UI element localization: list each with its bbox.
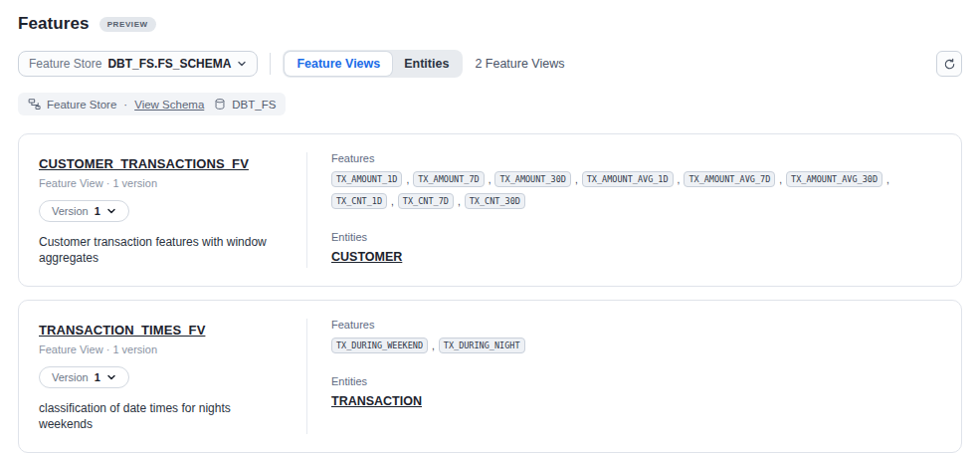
version-selector[interactable]: Version 1 [39, 200, 129, 222]
card-summary: CUSTOMER_TRANSACTIONS_FV Feature View · … [19, 134, 306, 286]
entity-link[interactable]: CUSTOMER [331, 250, 402, 264]
feature-chip: TX_AMOUNT_AVG_30D [786, 171, 882, 187]
feature-chip: TX_DURING_WEEKEND [331, 338, 428, 353]
toolbar: Feature Store DBT_FS.FS_SCHEMA Feature V… [18, 50, 962, 78]
feature-chip: TX_AMOUNT_AVG_1D [582, 171, 674, 187]
feature-view-subtitle: Feature View · 1 version [39, 343, 287, 355]
feature-chip: TX_CNT_1D [331, 193, 387, 209]
features-page: Features PREVIEW Feature Store DBT_FS.FS… [0, 0, 980, 453]
feature-view-title-link[interactable]: TRANSACTION_TIMES_FV [39, 323, 205, 338]
tab-feature-views[interactable]: Feature Views [285, 52, 392, 76]
refresh-button[interactable] [936, 51, 962, 77]
feature-view-description: classification of date times for nights … [39, 401, 287, 432]
chip-separator: , [432, 340, 435, 351]
feature-chip: TX_AMOUNT_1D [331, 171, 402, 187]
breadcrumb-root: Feature Store [47, 99, 116, 111]
feature-store-icon [28, 98, 41, 111]
chip-separator: , [489, 174, 491, 185]
feature-chip: TX_CNT_30D [465, 193, 525, 209]
feature-chip: TX_AMOUNT_7D [413, 171, 484, 187]
chevron-down-icon [106, 372, 116, 382]
preview-badge: PREVIEW [99, 17, 156, 32]
version-value: 1 [95, 371, 100, 383]
feature-chip: TX_DURING_NIGHT [439, 338, 525, 353]
breadcrumb-database-name: DBT_FS [232, 99, 276, 111]
page-header: Features PREVIEW [18, 14, 962, 34]
card-details: Features TX_AMOUNT_1D,TX_AMOUNT_7D,TX_AM… [307, 134, 961, 286]
chip-separator: , [779, 174, 782, 185]
entities-section-label: Entities [331, 375, 941, 387]
entities-section: Entities TRANSACTION [331, 375, 941, 408]
chip-separator: , [406, 174, 409, 185]
version-label: Version [52, 205, 89, 217]
breadcrumb-separator: · [123, 99, 127, 111]
chip-separator: , [575, 174, 578, 185]
feature-view-card: TRANSACTION_TIMES_FV Feature View · 1 ve… [18, 300, 962, 453]
version-selector[interactable]: Version 1 [39, 366, 129, 388]
breadcrumb: Feature Store · View Schema DBT_FS [18, 93, 286, 115]
version-value: 1 [95, 205, 100, 217]
feature-store-selector-label: Feature Store [29, 57, 101, 71]
toolbar-divider [270, 53, 271, 75]
chip-separator: , [886, 174, 889, 185]
database-icon [214, 98, 226, 111]
view-tab-group: Feature Views Entities [283, 50, 463, 78]
feature-chip-list: TX_AMOUNT_1D,TX_AMOUNT_7D,TX_AMOUNT_30D,… [331, 171, 941, 209]
version-label: Version [52, 371, 89, 383]
feature-view-subtitle: Feature View · 1 version [39, 177, 287, 189]
page-title: Features [18, 14, 90, 34]
entity-link[interactable]: TRANSACTION [331, 394, 422, 408]
chevron-down-icon [237, 59, 247, 69]
feature-chip-list: TX_DURING_WEEKEND,TX_DURING_NIGHT [331, 338, 941, 353]
feature-chip: TX_AMOUNT_30D [494, 171, 571, 187]
chip-separator: , [678, 174, 681, 185]
card-summary: TRANSACTION_TIMES_FV Feature View · 1 ve… [19, 301, 306, 452]
feature-view-list: CUSTOMER_TRANSACTIONS_FV Feature View · … [18, 133, 962, 453]
feature-views-count: 2 Feature Views [475, 57, 564, 71]
feature-store-selector[interactable]: Feature Store DBT_FS.FS_SCHEMA [18, 51, 258, 77]
tab-entities[interactable]: Entities [392, 52, 461, 76]
entities-section: Entities CUSTOMER [331, 231, 941, 264]
refresh-icon [943, 58, 956, 71]
feature-view-title-link[interactable]: CUSTOMER_TRANSACTIONS_FV [39, 156, 249, 171]
features-section-label: Features [331, 319, 941, 331]
entities-section-label: Entities [331, 231, 941, 243]
feature-view-description: Customer transaction features with windo… [39, 235, 287, 266]
chevron-down-icon [106, 206, 116, 216]
feature-view-card: CUSTOMER_TRANSACTIONS_FV Feature View · … [18, 133, 962, 287]
card-details: Features TX_DURING_WEEKEND,TX_DURING_NIG… [307, 301, 961, 452]
chip-separator: , [458, 196, 461, 207]
entity-link-list: TRANSACTION [331, 394, 941, 408]
chip-separator: , [391, 196, 394, 207]
breadcrumb-row: Feature Store · View Schema DBT_FS [18, 93, 962, 115]
feature-chip: TX_CNT_7D [398, 193, 454, 209]
entity-link-list: CUSTOMER [331, 250, 941, 264]
features-section-label: Features [331, 152, 941, 164]
feature-store-selector-value: DBT_FS.FS_SCHEMA [107, 57, 231, 71]
feature-chip: TX_AMOUNT_AVG_7D [684, 171, 775, 187]
view-schema-link[interactable]: View Schema [134, 99, 204, 111]
